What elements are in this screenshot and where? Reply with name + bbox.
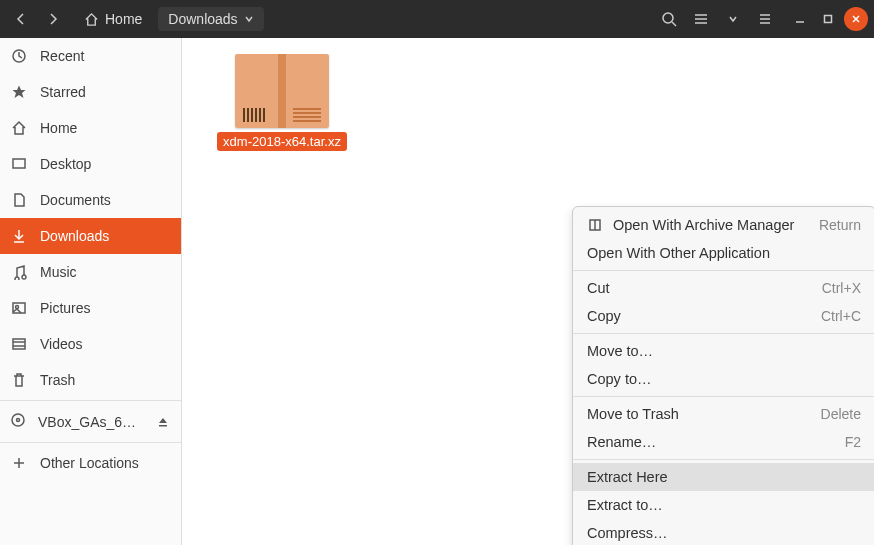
disc-icon (10, 412, 26, 431)
breadcrumb-current[interactable]: Downloads (158, 7, 263, 31)
ctx-accel: Delete (821, 405, 861, 423)
svg-point-0 (663, 13, 673, 23)
breadcrumb: Home Downloads (74, 7, 264, 31)
breadcrumb-home[interactable]: Home (74, 7, 152, 31)
sidebar-item-label: Documents (40, 192, 111, 208)
pictures-icon (10, 299, 28, 317)
ctx-cut[interactable]: Cut Ctrl+X (573, 274, 874, 302)
ctx-separator (573, 270, 874, 271)
ctx-open-with-other[interactable]: Open With Other Application (573, 239, 874, 267)
sidebar-item-label: Home (40, 120, 77, 136)
ctx-accel: Return (819, 216, 861, 234)
svg-point-22 (12, 414, 24, 426)
sidebar-item-starred[interactable]: Starred (0, 74, 181, 110)
svg-point-18 (16, 306, 19, 309)
ctx-label: Open With Archive Manager (613, 216, 809, 234)
ctx-label: Extract to… (587, 496, 861, 514)
ctx-rename[interactable]: Rename… F2 (573, 428, 874, 456)
sidebar-item-label: Recent (40, 48, 84, 64)
home-icon (84, 12, 99, 27)
sidebar-mount-label: VBox_GAs_6… (38, 414, 143, 430)
view-list-button[interactable] (686, 4, 716, 34)
sidebar-item-recent[interactable]: Recent (0, 38, 181, 74)
hamburger-menu-button[interactable] (750, 4, 780, 34)
ctx-accel: Ctrl+X (822, 279, 861, 297)
sidebar-item-label: Trash (40, 372, 75, 388)
sidebar-mount-item[interactable]: VBox_GAs_6… (0, 403, 181, 440)
svg-rect-9 (825, 16, 832, 23)
ctx-separator (573, 396, 874, 397)
downloads-icon (10, 227, 28, 245)
window-close-button[interactable] (844, 7, 868, 31)
sidebar-item-label: Desktop (40, 156, 91, 172)
sidebar-separator (0, 442, 181, 443)
svg-marker-13 (13, 86, 26, 99)
window-minimize-button[interactable] (788, 7, 812, 31)
headerbar: Home Downloads (0, 0, 874, 38)
music-icon (10, 263, 28, 281)
file-item[interactable]: xdm-2018-x64.tar.xz (212, 54, 352, 151)
clock-icon (10, 47, 28, 65)
sidebar-item-label: Videos (40, 336, 83, 352)
nav-forward-button[interactable] (38, 4, 68, 34)
ctx-label: Open With Other Application (587, 244, 861, 262)
ctx-move-to-trash[interactable]: Move to Trash Delete (573, 400, 874, 428)
plus-icon (10, 454, 28, 472)
ctx-open-with-archive-manager[interactable]: Open With Archive Manager Return (573, 211, 874, 239)
ctx-label: Move to Trash (587, 405, 811, 423)
ctx-copy-to[interactable]: Copy to… (573, 365, 874, 393)
sidebar-item-music[interactable]: Music (0, 254, 181, 290)
file-view[interactable]: xdm-2018-x64.tar.xz Open With Archive Ma… (182, 38, 874, 545)
sidebar-item-desktop[interactable]: Desktop (0, 146, 181, 182)
sidebar-item-downloads[interactable]: Downloads (0, 218, 181, 254)
desktop-icon (10, 155, 28, 173)
ctx-extract-here[interactable]: Extract Here (573, 463, 874, 491)
ctx-accel: Ctrl+C (821, 307, 861, 325)
sidebar-item-label: Downloads (40, 228, 109, 244)
sidebar-item-other-locations[interactable]: Other Locations (0, 445, 181, 481)
ctx-label: Copy to… (587, 370, 861, 388)
sidebar-item-label: Pictures (40, 300, 91, 316)
sidebar-item-videos[interactable]: Videos (0, 326, 181, 362)
svg-rect-14 (13, 159, 25, 168)
chevron-down-icon (244, 14, 254, 24)
sidebar-item-pictures[interactable]: Pictures (0, 290, 181, 326)
svg-point-23 (17, 419, 20, 422)
context-menu: Open With Archive Manager Return Open Wi… (572, 206, 874, 545)
ctx-extract-to[interactable]: Extract to… (573, 491, 874, 519)
sidebar-item-home[interactable]: Home (0, 110, 181, 146)
sidebar-separator (0, 400, 181, 401)
view-dropdown-button[interactable] (718, 4, 748, 34)
ctx-label: Extract Here (587, 468, 861, 486)
ctx-label: Rename… (587, 433, 835, 451)
nav-back-button[interactable] (6, 4, 36, 34)
breadcrumb-home-label: Home (105, 11, 142, 27)
home-icon (10, 119, 28, 137)
ctx-separator (573, 459, 874, 460)
ctx-copy[interactable]: Copy Ctrl+C (573, 302, 874, 330)
ctx-label: Cut (587, 279, 812, 297)
file-name-label: xdm-2018-x64.tar.xz (217, 132, 347, 151)
ctx-accel: F2 (845, 433, 861, 451)
ctx-move-to[interactable]: Move to… (573, 337, 874, 365)
trash-icon (10, 371, 28, 389)
sidebar-item-documents[interactable]: Documents (0, 182, 181, 218)
svg-rect-25 (159, 425, 167, 427)
star-icon (10, 83, 28, 101)
documents-icon (10, 191, 28, 209)
svg-rect-19 (13, 339, 25, 349)
eject-button[interactable] (155, 414, 171, 430)
sidebar-item-trash[interactable]: Trash (0, 362, 181, 398)
sidebar: Recent Starred Home Desktop Documents Do… (0, 38, 182, 545)
ctx-label: Copy (587, 307, 811, 325)
svg-marker-24 (159, 418, 167, 423)
sidebar-item-label: Other Locations (40, 455, 139, 471)
archive-manager-icon (587, 217, 603, 233)
ctx-separator (573, 333, 874, 334)
window-controls (788, 7, 868, 31)
window-maximize-button[interactable] (816, 7, 840, 31)
ctx-compress[interactable]: Compress… (573, 519, 874, 545)
ctx-label: Compress… (587, 524, 861, 542)
ctx-label: Move to… (587, 342, 861, 360)
search-button[interactable] (654, 4, 684, 34)
